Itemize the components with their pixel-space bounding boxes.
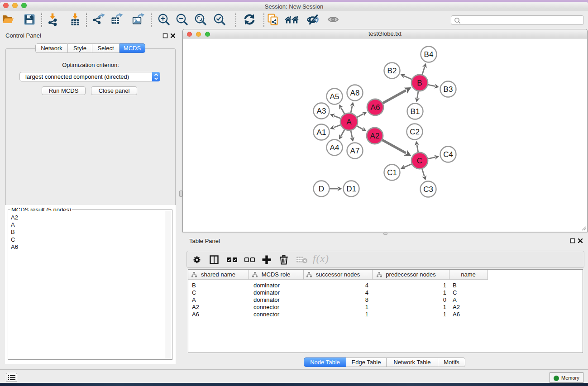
svg-text:C2: C2 [410,128,420,136]
svg-text:B2: B2 [387,67,397,75]
svg-text:A3: A3 [317,107,326,115]
svg-text:A: A [346,118,352,126]
svg-text:B3: B3 [444,85,453,94]
svg-text:A6: A6 [371,103,380,112]
svg-text:C4: C4 [443,150,453,159]
svg-text:C: C [417,157,422,165]
svg-text:A7: A7 [350,147,360,155]
svg-text:B1: B1 [411,107,420,116]
svg-text:B: B [417,79,422,87]
svg-text:A4: A4 [330,143,339,152]
svg-text:B4: B4 [424,50,434,59]
svg-text:A5: A5 [330,92,339,101]
svg-text:C3: C3 [423,185,433,194]
svg-text:D1: D1 [346,185,356,193]
svg-text:A1: A1 [317,128,326,137]
svg-text:C1: C1 [387,168,397,177]
svg-text:D: D [319,185,324,193]
svg-text:A8: A8 [350,89,360,97]
svg-text:A2: A2 [370,132,380,140]
